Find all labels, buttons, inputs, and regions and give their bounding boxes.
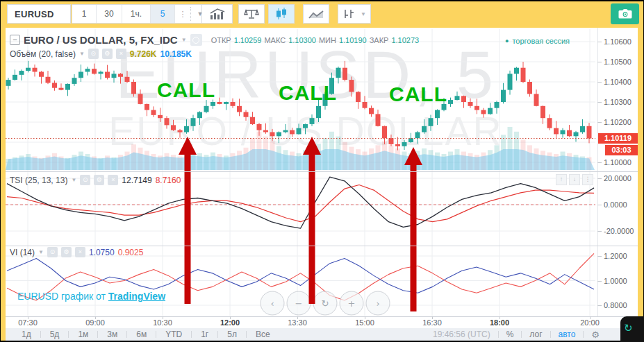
indicators-button[interactable] (201, 4, 233, 24)
overlay-corner-button[interactable]: ↻ (620, 316, 644, 342)
volume-value: 9.726K (130, 49, 157, 59)
tsi-main-value: 12.7149 (122, 176, 151, 185)
tsi-caret-icon[interactable]: ▼ (71, 177, 76, 183)
symbol-label: EURUSD (15, 9, 54, 19)
snapshot-camera-button[interactable] (611, 3, 639, 24)
remove-icon[interactable]: × (116, 49, 126, 59)
percent-scale-button[interactable]: % (499, 330, 522, 339)
range-button-YTD[interactable]: YTD (156, 330, 191, 339)
interval-buttons: 1301ч.5 (72, 5, 175, 23)
call-annotation: CALL (157, 78, 215, 102)
range-button-1д[interactable]: 1д (13, 330, 40, 339)
svg-text:−: − (295, 298, 303, 309)
move-pane-up-icon[interactable]: ↑ (556, 174, 567, 185)
axis-label: 1.10600 (604, 37, 631, 46)
range-button-5л[interactable]: 5л (218, 330, 246, 339)
axis-label: 0.0000 (604, 200, 627, 209)
chart-canvas[interactable]: ‹−↻+› (6, 28, 638, 316)
vi-caret-icon[interactable]: ▼ (38, 249, 44, 255)
axis-label: -20.0000 (604, 227, 634, 235)
interval-button-1ч.[interactable]: 1ч. (122, 5, 151, 23)
range-button-5д[interactable]: 5д (41, 330, 69, 339)
svg-text:›: › (376, 298, 379, 309)
axis-label: 1.0000 (604, 277, 627, 285)
toggle-visibility-icon[interactable]: ⊙ (88, 49, 99, 59)
bottom-toolbar: 1д5д1м3м6мYTD1г5лВсе 19:46:56 (UTC) % ло… (6, 328, 638, 341)
vi-plus-value: 1.0750 (89, 248, 115, 257)
time-label: 13:30 (282, 318, 313, 327)
vi-minus-value: 0.9025 (118, 248, 144, 257)
line-style-button[interactable] (303, 4, 329, 24)
svg-text:‹: ‹ (270, 298, 274, 309)
camera-icon (618, 8, 632, 19)
volume-caret-icon[interactable]: ▼ (79, 51, 85, 57)
toggle-visibility-icon[interactable]: ⊙ (47, 247, 58, 257)
svg-text:↻: ↻ (322, 298, 329, 309)
compare-button[interactable] (238, 4, 265, 24)
interval-button-30[interactable]: 30 (97, 5, 122, 23)
candles-style-button[interactable] (268, 4, 295, 24)
toggle-visibility-icon[interactable]: ⊙ (80, 175, 90, 185)
title-caret-icon[interactable]: ▼ (181, 37, 187, 43)
style-caret-icon[interactable]: ▼ (361, 11, 366, 17)
axis-label: 1.2000 (604, 252, 627, 260)
time-label: 15:00 (349, 318, 380, 327)
remove-icon[interactable]: × (108, 175, 118, 185)
interval-button-5[interactable]: 5 (151, 5, 175, 23)
time-label: 12:00 (215, 318, 245, 327)
axis-label: 0.8000 (604, 301, 627, 309)
pane-separator-tsi[interactable] (6, 171, 638, 172)
pane-separator-vi[interactable] (6, 246, 638, 246)
move-pane-down-icon[interactable]: ↓ (569, 174, 580, 185)
axis-label: 1.10300 (604, 98, 631, 106)
countdown-badge: 03:03 (605, 145, 638, 155)
time-axis-separator (6, 316, 638, 317)
attribution-text: EURUSD график от (17, 291, 106, 302)
range-button-6м[interactable]: 6м (127, 330, 156, 339)
session-indicator: ● торговая сессия (505, 37, 570, 45)
log-scale-button[interactable]: лог (522, 330, 550, 339)
settings-icon[interactable]: ⚙ (61, 247, 72, 257)
time-label: 09:00 (80, 318, 110, 327)
time-label: 20:00 (575, 318, 605, 327)
range-button-1м[interactable]: 1м (69, 330, 97, 339)
tradingview-link[interactable]: TradingView (108, 291, 165, 302)
call-annotation: CALL (389, 83, 447, 106)
time-label: 16:30 (417, 318, 447, 327)
bottom-right-controls: 19:46:56 (UTC) % лог авто ⚙ (425, 330, 638, 340)
pane-menu-icon[interactable]: ⋮ (582, 174, 593, 185)
range-button-1г[interactable]: 1г (192, 330, 217, 339)
symbol-input[interactable]: EURUSD (7, 4, 71, 24)
more-dots-icon[interactable]: ⋮ (175, 10, 190, 19)
interval-button-1[interactable]: 1 (72, 5, 97, 23)
svg-text:+: + (348, 298, 356, 309)
axis-label: 1.10400 (604, 78, 631, 86)
remove-icon[interactable]: × (75, 247, 85, 257)
compare-scales-icon (244, 8, 259, 19)
clock[interactable]: 19:46:56 (UTC) (425, 330, 498, 339)
tradingview-window: EURUSD 1301ч.5 ⋮ ▼ ▼ (0, 0, 644, 342)
collapse-pane-icon[interactable]: – (10, 35, 20, 45)
time-label: 07:30 (13, 318, 43, 327)
bar-style-button[interactable]: ▼ (338, 4, 371, 24)
axis-label: 20.0000 (604, 174, 631, 182)
high-label: МАКС (264, 36, 286, 44)
session-dot-icon: ● (505, 37, 509, 44)
axis-label: 1.10200 (604, 118, 631, 126)
pane-controls: ↑ ↓ ⋮ (556, 174, 593, 185)
indicators-icon (209, 8, 226, 20)
tsi-signal-value: 8.7160 (156, 176, 181, 185)
settings-icon[interactable]: ⚙ (102, 49, 113, 59)
range-buttons: 1д5д1м3м6мYTD1г5лВсе (6, 330, 279, 339)
range-button-Все[interactable]: Все (247, 330, 279, 339)
settings-icon[interactable]: ⚙ (94, 175, 104, 185)
open-value: 1.10259 (234, 36, 262, 44)
range-button-3м[interactable]: 3м (98, 330, 126, 339)
vi-legend: VI (14) ▼ ⊙ ⚙ × 1.0750 0.9025 (10, 247, 143, 257)
call-annotation: CALL (279, 81, 337, 105)
toggle-visibility-icon[interactable] (190, 34, 202, 46)
time-label: 18:00 (484, 318, 515, 327)
gear-icon[interactable]: ⚙ (584, 330, 607, 340)
auto-scale-button[interactable]: авто (551, 330, 584, 339)
volume-legend: Объём (20, false) ▼ ⊙ ⚙ × 9.726K 10.185K (10, 49, 192, 59)
